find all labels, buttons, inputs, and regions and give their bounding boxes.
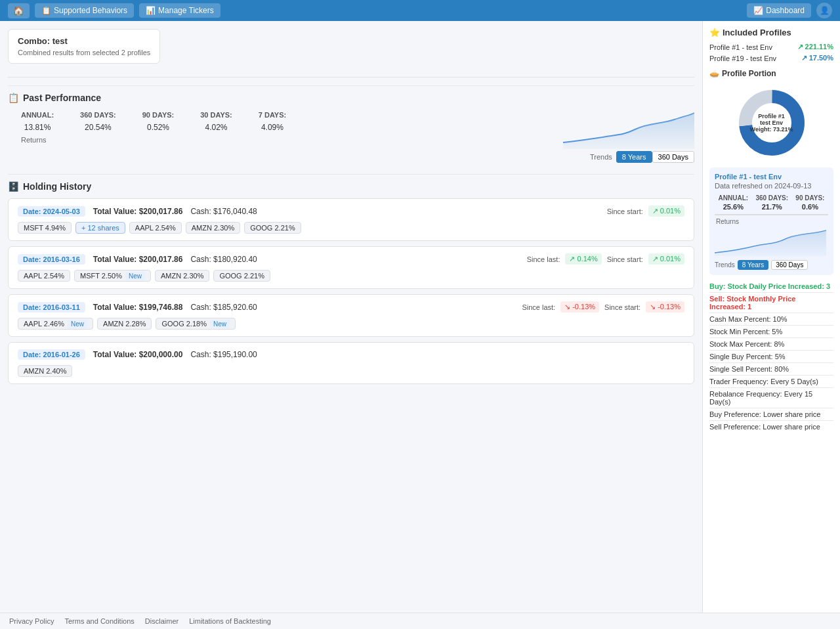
perf-val-30: 4.02% (187, 121, 245, 133)
performance-table: ANNUAL: 360 DAYS: 90 DAYS: 30 DAYS: 7 DA… (8, 110, 299, 144)
perf-col-360: 360 DAYS: (67, 110, 129, 121)
mini-col-360: 360 DAYS: (752, 194, 792, 202)
app-header: 🏠 📋 Supported Behaviors 📊 Manage Tickers… (0, 0, 840, 21)
supported-behaviors-button[interactable]: 📋 Supported Behaviors (35, 3, 134, 18)
donut-center-label: Profile #1 test Env Weight: 73.21% (750, 113, 793, 133)
holding-icon: 🗄️ (8, 181, 19, 192)
perf-col-30: 30 DAYS: (187, 110, 245, 121)
holding-entry-3: Date: 2016-03-11 Total Value: $199,746.8… (8, 294, 694, 337)
profile-detail-title: Profile #1 - test Env (715, 173, 828, 181)
profile-row-1: Profile #1 - test Env ↗ 221.11% (709, 43, 833, 51)
since-last-label-2: Since last: (527, 255, 560, 263)
cash-value-3: Cash: $185,920.60 (190, 303, 257, 312)
date-badge-3: Date: 2016-03-11 (18, 302, 85, 313)
date-badge-2: Date: 2016-03-16 (18, 254, 85, 265)
rule-sell-1: Sell: Stock Monthly Price Increased: 1 (709, 293, 833, 313)
trend-8years-button[interactable]: 8 Years (616, 151, 652, 163)
tag-amzn-4: AMZN 2.40% (18, 365, 72, 377)
rule-buy-1: Buy: Stock Daily Price Increased: 3 (709, 280, 833, 293)
profile-2-name: Profile #19 - test Env (709, 54, 776, 62)
rules-list: Buy: Stock Daily Price Increased: 3 Sell… (709, 280, 833, 433)
holding-entry-3-header: Date: 2016-03-11 Total Value: $199,746.8… (18, 301, 684, 313)
mini-col-annual: ANNUAL: (715, 194, 752, 202)
holding-entry-2: Date: 2016-03-16 Total Value: $200,017.8… (8, 246, 694, 289)
perf-val-90: 0.52% (129, 121, 188, 133)
since-start-label-2: Since start: (607, 255, 643, 263)
dashboard-icon: 📈 (753, 6, 763, 15)
holding-entry-1-right: Since start: ↗ 0.01% (607, 206, 684, 217)
perf-val-360: 20.54% (67, 121, 129, 133)
combo-info-card: Combo: test Combined results from select… (8, 29, 160, 64)
header-nav: 🏠 📋 Supported Behaviors 📊 Manage Tickers (8, 3, 220, 18)
performance-area: ANNUAL: 360 DAYS: 90 DAYS: 30 DAYS: 7 DA… (8, 110, 694, 165)
holding-entry-3-right: Since last: ↘ -0.13% Since start: ↘ -0.1… (522, 301, 684, 313)
mini-trend-360days-button[interactable]: 360 Days (771, 260, 808, 270)
donut-chart: Profile #1 test Env Weight: 73.21% (709, 83, 833, 162)
returns-label: Returns (8, 136, 299, 144)
holding-entry-2-header: Date: 2016-03-16 Total Value: $200,017.8… (18, 253, 684, 265)
total-value-3: Total Value: $199,746.88 (93, 303, 183, 312)
holding-entry-3-left: Date: 2016-03-11 Total Value: $199,746.8… (18, 302, 257, 313)
profile-1-name: Profile #1 - test Env (709, 43, 772, 51)
holding-entry-1: Date: 2024-05-03 Total Value: $200,017.8… (8, 198, 694, 241)
past-performance-icon: 📋 (8, 93, 19, 103)
combo-title: Combo: test (18, 36, 150, 46)
mini-col-90: 90 DAYS: (792, 194, 828, 202)
rule-rebalance-freq: Rebalance Frequency: Every 15 Day(s) (709, 388, 833, 408)
tag-amzn-3: AMZN 2.28% (97, 318, 152, 330)
home-button[interactable]: 🏠 (8, 3, 30, 18)
profile-detail-date: Data refreshed on 2024-09-13 (715, 182, 828, 190)
mini-trend-controls: Trends 8 Years 360 Days (715, 260, 828, 270)
total-value-2: Total Value: $200,017.86 (93, 255, 183, 264)
past-performance-title: Past Performance (23, 93, 101, 103)
manage-tickers-button[interactable]: 📊 Manage Tickers (139, 3, 220, 18)
total-value-4: Total Value: $200,000.00 (93, 350, 183, 359)
holding-history-header: 🗄️ Holding History (8, 174, 694, 192)
tickers-icon: 📊 (146, 6, 156, 15)
tag-amzn-1: AMZN 2.30% (186, 222, 240, 234)
privacy-policy-link[interactable]: Privacy Policy (9, 617, 54, 625)
holding-history-section: 🗄️ Holding History Date: 2024-05-03 Tota… (8, 174, 694, 384)
date-badge-4: Date: 2016-01-26 (18, 349, 85, 360)
holding-entry-4-left: Date: 2016-01-26 Total Value: $200,000.0… (18, 349, 257, 360)
disclaimer-link[interactable]: Disclaimer (145, 617, 178, 625)
trends-text: Trends (590, 149, 612, 165)
right-panel: ⭐ Included Profiles Profile #1 - test En… (702, 21, 840, 613)
profile-returns-label: Returns (716, 218, 828, 225)
profile-mini-perf: ANNUAL: 360 DAYS: 90 DAYS: 25.6% 21.7% 0… (715, 194, 828, 215)
tag-12shares: + 12 shares (75, 222, 125, 234)
holding-entry-1-header: Date: 2024-05-03 Total Value: $200,017.8… (18, 206, 684, 217)
mini-trend-8years-button[interactable]: 8 Years (738, 260, 768, 270)
holding-tags-2: AAPL 2.54% MSFT 2.50% New AMZN 2.30% GOO… (18, 270, 684, 282)
tag-goog-1: GOOG 2.21% (244, 222, 301, 234)
limitations-link[interactable]: Limitations of Backtesting (189, 617, 271, 625)
since-last-badge-2: ↗ 0.14% (565, 253, 601, 265)
terms-conditions-link[interactable]: Terms and Conditions (64, 617, 134, 625)
holding-tags-3: AAPL 2.46% New AMZN 2.28% GOOG 2.18% New (18, 318, 684, 330)
since-start-label-1: Since start: (607, 207, 643, 215)
trend-svg (563, 110, 694, 149)
profile-detail-card: Profile #1 - test Env Data refreshed on … (709, 167, 833, 275)
profile-1-pct: ↗ 221.11% (797, 43, 834, 51)
tag-msft: MSFT 4.94% (18, 222, 72, 234)
rule-single-sell: Single Sell Percent: 80% (709, 363, 833, 376)
perf-col-7: 7 DAYS: (245, 110, 299, 121)
rule-stock-max: Stock Max Percent: 8% (709, 338, 833, 351)
rule-stock-min: Stock Min Percent: 5% (709, 326, 833, 338)
rule-trader-freq: Trader Frequency: Every 5 Day(s) (709, 376, 833, 388)
trend-360days-button[interactable]: 360 Days (652, 151, 694, 163)
main-content: Combo: test Combined results from select… (0, 21, 702, 613)
cash-value-4: Cash: $195,190.00 (190, 350, 257, 359)
star-icon: ⭐ (709, 28, 720, 37)
mini-trends-text: Trends (715, 261, 735, 269)
rule-buy-pref: Buy Preference: Lower share price (709, 408, 833, 421)
date-badge-1: Date: 2024-05-03 (18, 206, 85, 217)
behaviors-icon: 📋 (41, 6, 51, 15)
dashboard-button[interactable]: 📈 Dashboard (747, 3, 811, 18)
since-last-label-3: Since last: (522, 303, 555, 311)
page-footer: Privacy Policy Terms and Conditions Disc… (0, 613, 840, 629)
profile-2-pct: ↗ 17.50% (801, 54, 833, 62)
user-account-button[interactable]: 👤 (816, 3, 832, 18)
profile-row-2: Profile #19 - test Env ↗ 17.50% (709, 54, 833, 62)
rule-single-buy: Single Buy Percent: 5% (709, 351, 833, 363)
